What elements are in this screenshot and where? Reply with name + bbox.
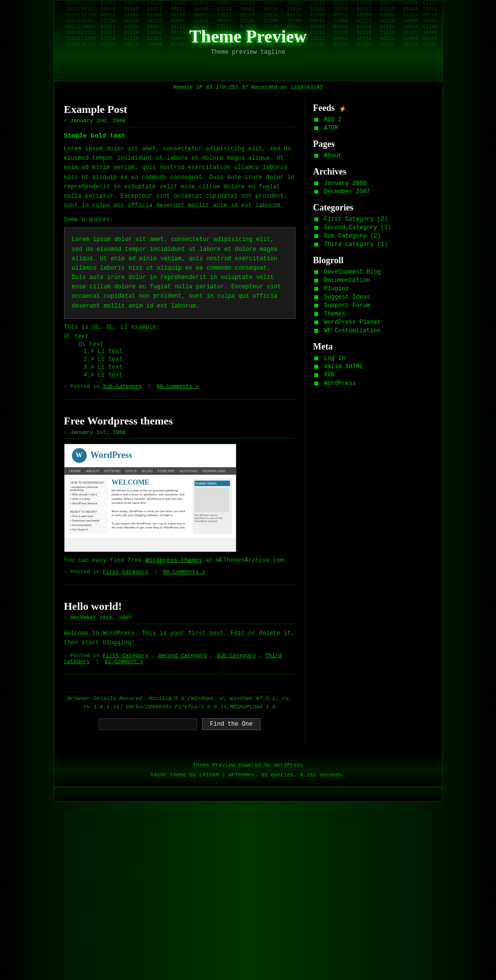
list-item: 4.# Li text (84, 372, 296, 379)
post-wordpress: Free Wordpress themes January 1st, 2008 … (64, 415, 296, 585)
post-3-body: Welcome to WordPress. This is your first… (64, 629, 296, 648)
sidebar-meta-xfn[interactable]: XFN (313, 372, 431, 379)
sidebar-cat-first[interactable]: First Category (2) (313, 216, 431, 223)
post-example: Example Post January 2nd, 2008 Simple bo… (64, 103, 296, 400)
sidebar-blogroll-title: Blogroll (313, 255, 431, 266)
post-1-ul-ol: This is UL, OL, LI example: UL text OL t… (64, 324, 296, 379)
blog-icon (314, 320, 318, 324)
post-3-cat-3[interactable]: Sub Category (217, 653, 256, 659)
site-title: Theme Preview (189, 26, 306, 47)
meta-icon (314, 356, 318, 360)
sidebar-feeds: Feeds ⚡ RSS 2 ATOM (313, 103, 431, 132)
post-3-cat-2[interactable]: Second Category (158, 653, 207, 659)
sidebar-blog-wp-planet[interactable]: WordPress Planet (313, 319, 431, 326)
feed-icon (314, 126, 318, 130)
footer-section: Browser Details Recored: Mozilla/5.0 (Wi… (64, 690, 296, 740)
post-3-footer: › Posted in First Category , Second Cate… (64, 653, 296, 665)
sidebar-blog-suggest[interactable]: Suggest Ideas (313, 294, 431, 301)
sidebar-meta-wordpress[interactable]: WordPress (313, 380, 431, 387)
sidebar-categories-title: Categories (313, 203, 431, 213)
remote-ip-bar: Remote IP 83.170.252.37 Recorded at 1213… (54, 81, 443, 93)
bottom-footer-text: Theme Preview powered by WordPress h4x0r… (60, 761, 436, 780)
post-2-category-link[interactable]: First Category (103, 569, 148, 575)
meta-icon (314, 365, 318, 369)
site-tagline: Theme preview tagline (211, 49, 285, 56)
post-2-comments-link[interactable]: 00 Comments » (163, 569, 205, 575)
find-the-one-button[interactable]: Find the One (202, 718, 260, 730)
post-hello-world: Hello world! December 26th, 2007 Welcome… (64, 600, 296, 675)
post-1-li-items: 1.# Li text 2.# Li text 3.# Li text 4.# … (84, 348, 296, 379)
sidebar-page-about[interactable]: About (313, 152, 431, 159)
post-1-bquotes-label: Some b-quotes: (64, 216, 296, 223)
sidebar: Feeds ⚡ RSS 2 ATOM Pages About (305, 98, 438, 745)
sidebar-blog-support[interactable]: Support Forum (313, 302, 431, 309)
post-1-blockquote: Lorem ipsum dolor sit amet, consectetur … (64, 227, 296, 319)
find-button-area: Find the One (64, 718, 296, 730)
list-item: 2.# Li text (84, 356, 296, 363)
post-1-body: Lorem ipsum dolor sit amet, consectetur … (64, 144, 296, 210)
page-icon (314, 154, 318, 158)
post-1-ol-label: OL text (79, 341, 296, 348)
list-item: 3.# Li text (84, 364, 296, 371)
browser-details: Browser Details Recored: Mozilla/5.0 (Wi… (64, 695, 296, 711)
sidebar-meta-title: Meta (313, 342, 431, 352)
post-3-comments-link[interactable]: 01 Comment » (104, 659, 143, 665)
content-area: Example Post January 2nd, 2008 Simple bo… (54, 98, 305, 745)
blog-icon (314, 295, 318, 299)
cat-icon (314, 234, 318, 238)
sidebar-meta-xhtml[interactable]: Valid XHTML (313, 363, 431, 370)
feed-icon (314, 118, 318, 122)
post-3-title[interactable]: Hello world! (64, 600, 296, 613)
sidebar-archives-title: Archives (313, 167, 431, 177)
blog-icon (314, 279, 318, 282)
post-1-ul-ol-label: This is UL, OL, LI example: (64, 324, 296, 331)
sidebar-categories: Categories First Category (2) Second Cat… (313, 203, 431, 248)
post-2-footer: › Posted in First Category | 00 Comments… (64, 569, 296, 575)
post-2-date: January 1st, 2008 (64, 429, 296, 439)
meta-icon (314, 373, 318, 377)
sidebar-blog-plugins[interactable]: Plugins (313, 285, 431, 292)
cat-icon (314, 226, 318, 230)
remote-ip-text: Remote IP 83.170.252.37 Recorded at 1213… (173, 84, 323, 90)
meta-icon (314, 382, 318, 385)
post-2-find-link[interactable]: Wordpress themes (145, 557, 202, 564)
wp-nav-bar: HOME ABOUT EXTEND DOCS BLOG FORUMS HOSTI… (65, 467, 236, 475)
sidebar-blog-wp-custom[interactable]: WP Customization (313, 327, 431, 334)
sidebar-blogroll: Blogroll Development Blog Documentation … (313, 255, 431, 334)
sidebar-cat-third[interactable]: Third category (1) (313, 241, 431, 248)
sidebar-pages: Pages About (313, 139, 431, 159)
find-input[interactable] (99, 718, 197, 730)
sidebar-cat-second[interactable]: Second Category (1) (313, 224, 431, 231)
sidebar-meta: Meta Log in Valid XHTML XFN WordPress (313, 342, 431, 387)
sidebar-blog-docs[interactable]: Documentation (313, 277, 431, 284)
blog-icon (314, 329, 318, 333)
sidebar-meta-login[interactable]: Log in (313, 355, 431, 362)
post-2-title[interactable]: Free Wordpress themes (64, 415, 296, 427)
post-1-date: January 2nd, 2008 (64, 118, 296, 127)
blog-icon (314, 287, 318, 291)
post-1-footer: › Posted in Sub Category | 00 Comments » (64, 384, 296, 389)
sidebar-archives: Archives January 2008 December 2007 (313, 167, 431, 195)
sidebar-feed-atom[interactable]: ATOM (313, 125, 431, 132)
wordpress-screenshot: W WordPress HOME ABOUT EXTEND DOCS BLOG … (64, 444, 236, 552)
post-3-cat-1[interactable]: First Category (103, 653, 148, 659)
sidebar-archive-dec[interactable]: December 2007 (313, 188, 431, 195)
archive-icon (314, 190, 318, 194)
bottom-footer: Theme Preview powered by WordPress h4x0r… (54, 755, 443, 787)
post-1-ul-label: UL text (64, 333, 296, 340)
post-1-title[interactable]: Example Post (64, 103, 296, 116)
wp-logo-circle: W (72, 448, 87, 463)
post-2-find-text: You can easy find free Wordpress themes … (64, 557, 296, 564)
post-1-comments-link[interactable]: 00 Comments » (157, 384, 199, 389)
sidebar-blog-dev[interactable]: Development Blog (313, 269, 431, 276)
archive-icon (314, 181, 318, 185)
sidebar-cat-sub[interactable]: Sub Category (2) (313, 233, 431, 240)
post-1-subtitle: Simple bold text (64, 132, 296, 140)
post-1-category-link[interactable]: Sub Category (103, 384, 142, 389)
sidebar-blog-themes[interactable]: Themes (313, 311, 431, 317)
sidebar-archive-jan[interactable]: January 2008 (313, 180, 431, 187)
sidebar-feed-rss[interactable]: RSS 2 (313, 116, 431, 123)
post-3-date: December 26th, 2007 (64, 615, 296, 624)
cat-icon (314, 217, 318, 221)
sidebar-pages-title: Pages (313, 139, 431, 149)
